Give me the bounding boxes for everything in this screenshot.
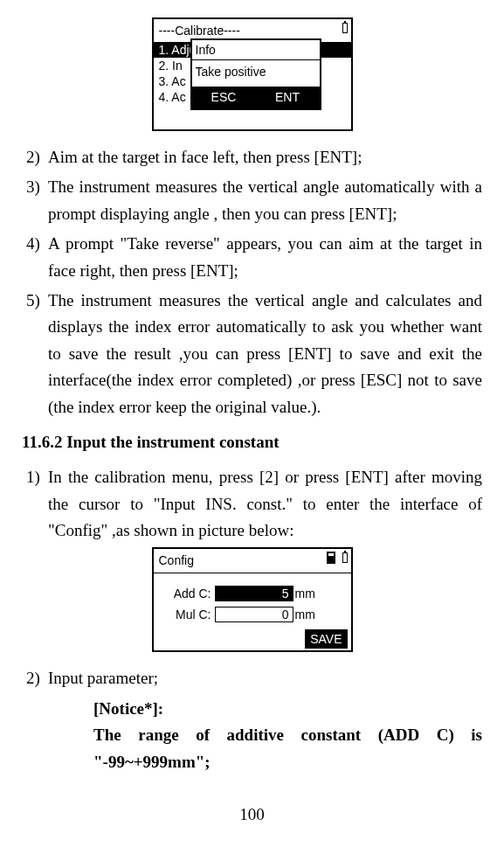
addc-label: Add C: xyxy=(162,584,215,603)
info-popup: Info Take positive ESC ENT xyxy=(190,38,321,110)
info-body: Take positive xyxy=(192,60,320,87)
step-text: Aim at the target in face left, then pre… xyxy=(48,144,482,170)
esc-button[interactable]: ESC xyxy=(192,87,256,108)
ent-button[interactable]: ENT xyxy=(256,87,320,108)
page-number: 100 xyxy=(22,802,482,828)
step-num: 1) xyxy=(22,464,48,544)
step-num: 2) xyxy=(22,144,48,170)
step-num: 3) xyxy=(22,174,48,227)
info-header: Info xyxy=(192,40,320,60)
mulc-label: Mul C: xyxy=(162,605,215,624)
step-text: A prompt "Take reverse" appears, you can… xyxy=(48,231,482,284)
step-3: 3) The instrument measures the vertical … xyxy=(22,174,482,227)
step-text: The instrument measures the vertical ang… xyxy=(48,174,482,227)
notice-title: [Notice*]: xyxy=(93,696,482,722)
calibrate-title: ----Calibrate---- xyxy=(159,24,240,38)
card-icon xyxy=(327,552,335,564)
step-num: 5) xyxy=(22,288,48,420)
step-4: 4) A prompt "Take reverse" appears, you … xyxy=(22,231,482,284)
mulc-row: Mul C: 0 mm xyxy=(162,605,342,624)
addc-input[interactable]: 5 xyxy=(215,586,293,601)
save-button[interactable]: SAVE xyxy=(305,629,347,649)
step-5: 5) The instrument measures the vertical … xyxy=(22,288,482,420)
notice-block: [Notice*]: The range of additive constan… xyxy=(93,696,482,775)
mulc-input[interactable]: 0 xyxy=(215,607,293,622)
calibrate-screen: ----Calibrate---- 1. Adjust I.E. 2. In 3… xyxy=(152,17,353,131)
notice-text: The range of additive constant (ADD C) i… xyxy=(93,722,482,775)
addc-unit: mm xyxy=(293,584,315,603)
info-buttons: ESC ENT xyxy=(192,87,320,108)
config-body: Add C: 5 mm Mul C: 0 mm xyxy=(154,573,351,625)
step-text: In the calibration menu, press [2] or pr… xyxy=(48,464,482,544)
step-num: 2) xyxy=(22,665,48,691)
step-num: 4) xyxy=(22,231,48,284)
step-2: 2) Aim at the target in face left, then … xyxy=(22,144,482,170)
config-title: Config xyxy=(159,553,194,567)
step-text: The instrument measures the vertical ang… xyxy=(48,288,482,420)
mulc-unit: mm xyxy=(293,605,315,624)
config-screen: Config Add C: 5 mm Mul C: 0 mm SAVE xyxy=(152,547,353,652)
section-heading: 11.6.2 Input the instrument constant xyxy=(22,429,482,455)
battery-icon xyxy=(342,23,348,33)
battery-icon xyxy=(342,552,348,563)
step-text: Input parameter; xyxy=(48,665,482,691)
step2-2: 2) Input parameter; xyxy=(22,665,482,691)
step2-1: 1) In the calibration menu, press [2] or… xyxy=(22,464,482,544)
config-title-bar: Config xyxy=(154,549,351,573)
addc-row: Add C: 5 mm xyxy=(162,584,342,603)
